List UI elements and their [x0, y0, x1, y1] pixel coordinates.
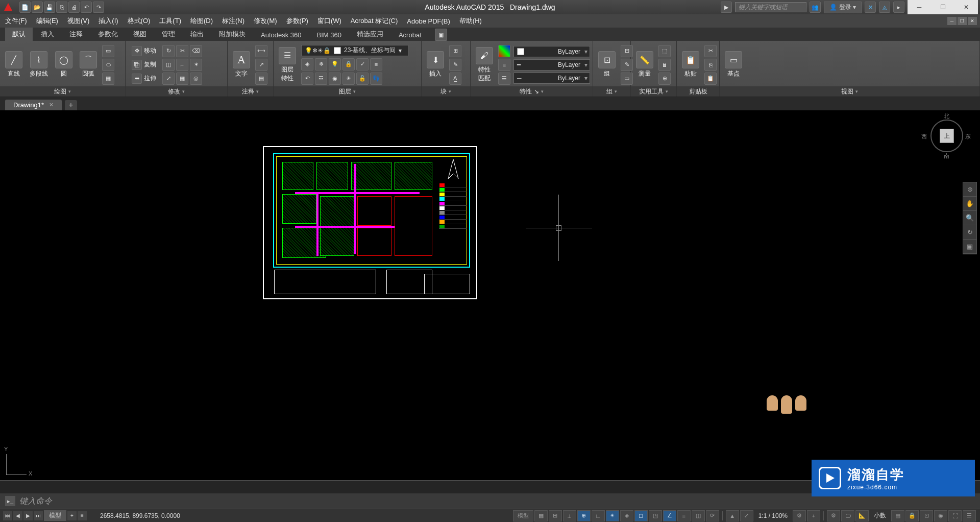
nav-full-icon[interactable]: ⊚ — [963, 182, 976, 197]
rectangle-icon[interactable]: ▭ — [102, 45, 114, 57]
qat-redo-icon[interactable]: ↷ — [93, 2, 104, 13]
title-play-icon[interactable]: ▶ — [721, 2, 732, 13]
status-quickprops-icon[interactable]: ▤ — [891, 510, 904, 521]
create-block-icon[interactable]: ⊞ — [449, 45, 461, 57]
layout-add-icon[interactable]: + — [67, 511, 77, 520]
panel-properties-title[interactable]: 特性 ↘ — [471, 86, 593, 97]
menu-acrobat-markup[interactable]: Acrobat 标记(C) — [351, 16, 398, 26]
base-view-button[interactable]: ▭基点 — [723, 50, 744, 79]
table-icon[interactable]: ▤ — [255, 73, 267, 85]
command-prompt-icon[interactable]: ▸_ — [5, 496, 15, 506]
mirror-icon[interactable]: ◫ — [162, 59, 175, 71]
hatch-icon[interactable]: ▦ — [102, 73, 114, 85]
menu-dimension[interactable]: 标注(N) — [222, 16, 244, 26]
select-all-icon[interactable]: ⬚ — [658, 45, 671, 57]
menu-format[interactable]: 格式(O) — [128, 16, 151, 26]
signin-button[interactable]: 👤 登录 ▾ — [824, 2, 862, 13]
move-button[interactable]: ✥移动 — [129, 45, 159, 57]
viewcube-face-top[interactable]: 上 — [940, 129, 954, 143]
status-monitor-icon[interactable]: 🖵 — [841, 510, 854, 521]
status-3dosnap-icon[interactable]: ◳ — [649, 510, 662, 521]
layout-last-icon[interactable]: ⏭ — [34, 511, 43, 520]
nav-orbit-icon[interactable]: ↻ — [963, 225, 976, 240]
exchange-icon[interactable]: ✕ — [865, 2, 876, 13]
coordinates-readout[interactable]: 2658.4815, 899.6735, 0.0000 — [90, 512, 190, 519]
qat-saveas-icon[interactable]: ⎘ — [56, 2, 67, 13]
status-osnap-icon[interactable]: ◻ — [634, 510, 648, 521]
color-icon[interactable] — [498, 45, 510, 57]
copy-clip-icon[interactable]: ⎘ — [704, 59, 717, 71]
match-properties-button[interactable]: 🖌特性 匹配 — [474, 46, 495, 84]
status-gear-icon[interactable]: ⚙ — [793, 510, 806, 521]
qat-plot-icon[interactable]: 🖨 — [68, 2, 80, 13]
layout-prev-icon[interactable]: ◀ — [13, 511, 22, 520]
menu-modify[interactable]: 修改(M) — [254, 16, 277, 26]
stretch-button[interactable]: ⬌拉伸 — [129, 73, 159, 85]
layer-match-icon[interactable]: ≡ — [370, 58, 382, 70]
layer-walk-icon[interactable]: 👣 — [370, 73, 382, 85]
layout-first-icon[interactable]: ⏮ — [3, 511, 12, 520]
status-annoscale-icon[interactable]: ⤢ — [740, 510, 753, 521]
ellipse-icon[interactable]: ⬭ — [102, 59, 114, 71]
layer-iso-icon[interactable]: ◈ — [301, 58, 313, 70]
fillet-icon[interactable]: ⌐ — [176, 59, 188, 71]
menu-edit[interactable]: 编辑(E) — [36, 16, 58, 26]
ribbon-tab-addins[interactable]: 附加模块 — [212, 28, 253, 41]
qat-new-icon[interactable]: 📄 — [19, 2, 31, 13]
menu-help[interactable]: 帮助(H) — [459, 16, 482, 26]
panel-group-title[interactable]: 组 — [593, 86, 630, 97]
menu-adobe-pdf[interactable]: Adobe PDF(B) — [407, 17, 450, 25]
ribbon-tab-featured[interactable]: 精选应用 — [350, 28, 390, 41]
nav-pan-icon[interactable]: ✋ — [963, 197, 976, 211]
id-point-icon[interactable]: ⊕ — [658, 73, 671, 85]
file-tab-drawing1[interactable]: Drawing1*✕ — [5, 100, 62, 110]
viewcube-east[interactable]: 东 — [965, 133, 971, 140]
help-search-input[interactable]: 键入关键字或短语 — [735, 2, 806, 12]
mdi-minimize-button[interactable]: ─ — [947, 17, 957, 25]
trim-icon[interactable]: ✂ — [176, 45, 188, 57]
status-iso-icon[interactable]: ◈ — [620, 510, 633, 521]
qat-undo-icon[interactable]: ↶ — [81, 2, 92, 13]
scale-icon[interactable]: ⤢ — [162, 73, 175, 85]
dimension-icon[interactable]: ⟷ — [255, 45, 267, 57]
edit-block-icon[interactable]: ✎ — [449, 59, 461, 71]
ribbon-tab-default[interactable]: 默认 — [5, 28, 33, 41]
status-grid-icon[interactable]: ▦ — [534, 510, 548, 521]
status-polar-icon[interactable]: ✴ — [606, 510, 619, 521]
leader-icon[interactable]: ↗ — [255, 59, 267, 71]
panel-block-title[interactable]: 块 — [422, 86, 470, 97]
ribbon-tab-bim360[interactable]: BIM 360 — [310, 29, 349, 41]
ribbon-minimize-icon[interactable]: ▣ — [435, 29, 447, 41]
rotate-icon[interactable]: ↻ — [162, 45, 175, 57]
status-lwt-icon[interactable]: ≡ — [677, 510, 691, 521]
ribbon-tab-acrobat[interactable]: Acrobat — [391, 29, 429, 41]
status-scale-text[interactable]: 1:1 / 100% — [754, 512, 792, 519]
ribbon-tab-manage[interactable]: 管理 — [155, 28, 182, 41]
status-lock-icon[interactable]: 🔒 — [905, 510, 919, 521]
layout-tab-model[interactable]: 模型 — [44, 510, 66, 521]
status-anno-icon[interactable]: ▲ — [726, 510, 739, 521]
cut-icon[interactable]: ✂ — [704, 45, 717, 57]
line-button[interactable]: ╱直线 — [3, 50, 24, 79]
layer-freeze-icon[interactable]: ❄ — [315, 58, 327, 70]
status-dynamic-input-icon[interactable]: ⊕ — [577, 510, 591, 521]
qat-open-icon[interactable]: 📂 — [32, 2, 43, 13]
linetype-dropdown[interactable]: ─ByLayer — [513, 73, 590, 84]
drawing-canvas[interactable]: Y X 上 北 南 东 西 ⊚ ✋ 🔍 ↻ ▣ — [0, 110, 980, 480]
lineweight-icon[interactable]: ≡ — [498, 59, 510, 71]
group-button[interactable]: ⊡组 — [596, 50, 618, 79]
layer-off-icon[interactable]: 💡 — [329, 58, 341, 70]
status-transparency-icon[interactable]: ◫ — [692, 510, 705, 521]
infocenter-icon[interactable]: 👥 — [810, 2, 821, 13]
quick-calc-icon[interactable]: 🖩 — [658, 59, 671, 71]
layout-list-icon[interactable]: ≡ — [78, 511, 87, 520]
menu-insert[interactable]: 插入(I) — [99, 16, 118, 26]
layout-next-icon[interactable]: ▶ — [23, 511, 33, 520]
status-units-text[interactable]: 小数 — [870, 511, 890, 520]
viewcube-south[interactable]: 南 — [944, 152, 949, 160]
offset-icon[interactable]: ◎ — [190, 73, 202, 85]
status-customize-icon[interactable]: ☰ — [963, 510, 976, 521]
panel-draw-title[interactable]: 绘图 — [0, 86, 125, 97]
status-model-button[interactable]: 模型 — [513, 510, 533, 521]
close-tab-icon[interactable]: ✕ — [49, 102, 54, 108]
